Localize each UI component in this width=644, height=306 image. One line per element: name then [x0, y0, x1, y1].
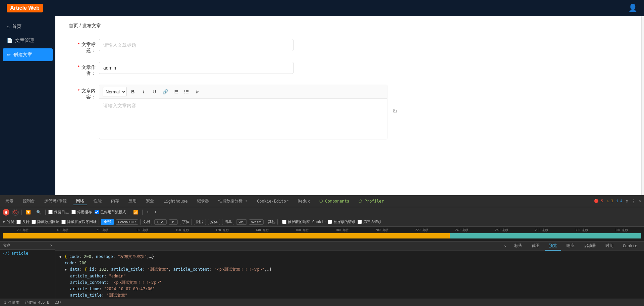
- tab-redux[interactable]: Redux: [295, 198, 313, 205]
- bold-button[interactable]: B: [128, 87, 138, 96]
- close-response-icon[interactable]: ✕: [502, 243, 509, 250]
- json-line-1: ▼ { code: 200, message: "发布文章成功",…}: [59, 254, 640, 260]
- main-area: ⌂ 首页 📄 文章管理 ✏ 创建文章 首页 / 发布文章 * 文章标题：: [0, 16, 644, 195]
- more-icon[interactable]: ⋮: [632, 199, 636, 204]
- filter-doc-btn[interactable]: 文档: [140, 219, 152, 225]
- tab-profiler[interactable]: ⬡ Profiler: [356, 198, 386, 205]
- tab-lighthouse[interactable]: Lighthouse: [161, 198, 190, 205]
- search-icon[interactable]: 🔍: [35, 209, 43, 215]
- download-icon[interactable]: ⬇: [153, 209, 158, 215]
- editor-toolbar: Normal B I U 🔗 123 Ix: [99, 85, 387, 99]
- preserve-log-checkbox[interactable]: 保留日志: [48, 210, 69, 215]
- editor-body[interactable]: 请输入文章内容: [99, 99, 387, 139]
- tab-response[interactable]: 响应: [562, 242, 579, 251]
- filter-label: 过滤: [7, 219, 14, 224]
- filter-ws-btn[interactable]: WS: [236, 219, 247, 225]
- tab-cookie[interactable]: Cookie: [619, 242, 641, 250]
- record-button[interactable]: ⏺: [3, 209, 9, 216]
- request-count: 1 个请求: [4, 300, 19, 305]
- settings-icon[interactable]: ⚙: [626, 199, 628, 204]
- sidebar-item-label-home: 首页: [12, 24, 21, 30]
- unordered-list-button[interactable]: [182, 87, 191, 96]
- tab-memory[interactable]: 内存: [108, 197, 122, 205]
- home-icon: ⌂: [7, 24, 9, 29]
- close-panel-icon[interactable]: ✕: [50, 243, 52, 248]
- tab-sources[interactable]: 源代码/来源: [42, 197, 69, 205]
- editor-container: Normal B I U 🔗 123 Ix: [99, 85, 387, 139]
- tab-perf-insights[interactable]: 性能数据分析 ⚡: [216, 197, 250, 205]
- content-placeholder: 请输入文章内容: [103, 103, 136, 108]
- tab-network[interactable]: 网络: [73, 197, 87, 205]
- sidebar-item-article-management[interactable]: 📄 文章管理: [0, 34, 55, 48]
- tab-components[interactable]: ⬡ Components: [317, 198, 352, 205]
- breadcrumb-home[interactable]: 首页: [69, 23, 78, 28]
- warning-badge: ⚠ 1: [606, 199, 613, 203]
- devtools-panel: 元素 控制台 源代码/来源 网络 性能 内存 应用 安全 Lighthouse …: [0, 195, 644, 306]
- blocked-cookies-checkbox[interactable]: 被屏蔽的响应 Cookie: [282, 219, 325, 224]
- tab-elements[interactable]: 元素: [3, 197, 16, 205]
- title-input[interactable]: [99, 39, 293, 51]
- filter-other-btn[interactable]: 其他: [266, 219, 278, 225]
- upload-icon[interactable]: ⬆: [145, 209, 150, 215]
- json-line-6: article_time: "2024-10-07 09:47:00": [59, 286, 640, 292]
- json-line-2: code: 200: [59, 260, 640, 266]
- tab-screenshot[interactable]: 截图: [528, 242, 544, 251]
- filter-fetch-xhr-btn[interactable]: Fetch/XHR: [116, 219, 139, 225]
- filter-media-btn[interactable]: 媒体: [208, 219, 220, 225]
- ordered-list-button[interactable]: 123: [171, 87, 180, 96]
- blocked-requests-checkbox[interactable]: 被屏蔽的请求: [328, 219, 356, 224]
- article-icon: 📄: [7, 38, 12, 43]
- tab-headers[interactable]: 标头: [510, 242, 526, 251]
- filter-wasm-btn[interactable]: Wasm: [249, 219, 264, 225]
- italic-button[interactable]: I: [139, 87, 148, 96]
- breadcrumb-current: 发布文章: [82, 23, 101, 28]
- tab-cookie-editor[interactable]: Cookie-Editor: [254, 198, 291, 205]
- author-input[interactable]: [99, 62, 293, 74]
- disable-cache-checkbox[interactable]: 停用缓存: [71, 210, 92, 215]
- top-nav: Article Web 👤: [0, 0, 644, 16]
- filter-font-btn[interactable]: 字体: [180, 219, 192, 225]
- clear-format-button[interactable]: Ix: [193, 87, 202, 96]
- breadcrumb: 首页 / 发布文章: [69, 23, 628, 29]
- filter-css-btn[interactable]: CSS: [154, 219, 167, 225]
- tab-initiator[interactable]: 启动器: [580, 242, 600, 251]
- invert-checkbox[interactable]: 反转: [16, 219, 30, 224]
- close-devtools-icon[interactable]: ✕: [639, 199, 641, 204]
- user-icon[interactable]: 👤: [628, 4, 637, 12]
- tab-security[interactable]: 安全: [143, 197, 157, 205]
- tab-console[interactable]: 控制台: [20, 197, 38, 205]
- sidebar-item-create-article[interactable]: ✏ 创建文章: [3, 48, 53, 61]
- devtools-timeline: 20 毫秒 40 毫秒 60 毫秒 80 毫秒 100 毫秒 120 毫秒 14…: [0, 227, 644, 242]
- tab-timing[interactable]: 时间: [601, 242, 618, 251]
- hide-extension-urls-checkbox[interactable]: 隐藏扩展程序网址: [61, 219, 97, 224]
- json-line-7: article_title: "测试文章": [59, 292, 640, 299]
- format-select[interactable]: Normal: [103, 87, 127, 96]
- tab-preview[interactable]: 预览: [545, 242, 561, 251]
- third-party-checkbox[interactable]: 第三方请求: [358, 219, 382, 224]
- request-item-article[interactable]: ⟨/⟩ article: [0, 250, 55, 257]
- svg-point-10: [184, 91, 185, 92]
- filter-image-btn[interactable]: 图片: [194, 219, 206, 225]
- filter-icon[interactable]: 🔽: [24, 209, 32, 215]
- link-button[interactable]: 🔗: [160, 87, 170, 96]
- sidebar-item-label-management: 文章管理: [15, 38, 34, 44]
- underline-button[interactable]: U: [150, 87, 159, 96]
- tab-application[interactable]: 应用: [126, 197, 139, 205]
- tab-recorder[interactable]: 记录器: [194, 197, 212, 205]
- wifi-icon[interactable]: 📶: [132, 209, 140, 215]
- devtools-panels: 名称 ✕ ⟨/⟩ article ✕ 标头 截图 预览 响应 启动器 时间 Co…: [0, 242, 644, 299]
- devtools-controls: ⏺ 🚫 🔽 🔍 保留日志 停用缓存 已停用节流模式 📶 ⬆ ⬇: [0, 207, 644, 217]
- clear-button[interactable]: 🚫: [12, 209, 19, 216]
- breadcrumb-separator: /: [79, 23, 82, 28]
- refresh-button[interactable]: ↻: [392, 100, 397, 123]
- disable-streaming-checkbox[interactable]: 已停用节流模式: [95, 210, 126, 215]
- filter-js-btn[interactable]: JS: [169, 219, 178, 225]
- sidebar-item-home[interactable]: ⌂ 首页: [0, 19, 55, 34]
- scrollbar[interactable]: [641, 16, 644, 195]
- json-line-4: article_author: "admin": [59, 273, 640, 279]
- filter-manifest-btn[interactable]: 清单: [222, 219, 234, 225]
- devtools-filter-bar: ▼ 过滤 反转 隐藏数据网址 隐藏扩展程序网址 全部 Fetch/XHR 文档 …: [0, 217, 644, 227]
- hide-data-urls-checkbox[interactable]: 隐藏数据网址: [32, 219, 59, 224]
- tab-performance[interactable]: 性能: [91, 197, 104, 205]
- filter-all-btn[interactable]: 全部: [101, 219, 114, 225]
